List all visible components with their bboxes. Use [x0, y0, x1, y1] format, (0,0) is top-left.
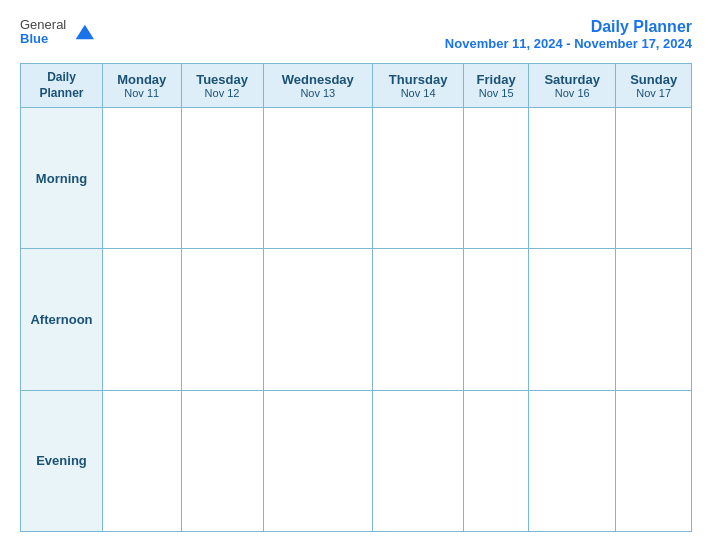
cell-evening-wednesday[interactable] — [263, 390, 372, 531]
page: General Blue Daily Planner November 11, … — [0, 0, 712, 550]
svg-marker-0 — [76, 25, 94, 40]
col-header-thursday: Thursday Nov 14 — [373, 64, 464, 108]
cell-morning-wednesday[interactable] — [263, 108, 372, 249]
col-header-sunday: Sunday Nov 17 — [616, 64, 692, 108]
cell-morning-tuesday[interactable] — [181, 108, 263, 249]
cell-morning-sunday[interactable] — [616, 108, 692, 249]
cell-afternoon-monday[interactable] — [103, 249, 182, 390]
cell-morning-saturday[interactable] — [529, 108, 616, 249]
row-afternoon: Afternoon — [21, 249, 692, 390]
row-label-evening: Evening — [21, 390, 103, 531]
cell-evening-sunday[interactable] — [616, 390, 692, 531]
calendar-table: Daily Planner Monday Nov 11 Tuesday Nov … — [20, 63, 692, 532]
cell-morning-monday[interactable] — [103, 108, 182, 249]
table-header-label: Daily Planner — [21, 64, 103, 108]
row-morning: Morning — [21, 108, 692, 249]
col-header-tuesday: Tuesday Nov 12 — [181, 64, 263, 108]
cell-afternoon-wednesday[interactable] — [263, 249, 372, 390]
col-header-friday: Friday Nov 15 — [464, 64, 529, 108]
cell-evening-saturday[interactable] — [529, 390, 616, 531]
cell-morning-friday[interactable] — [464, 108, 529, 249]
cell-evening-monday[interactable] — [103, 390, 182, 531]
row-label-afternoon: Afternoon — [21, 249, 103, 390]
header: General Blue Daily Planner November 11, … — [20, 18, 692, 51]
logo-area: General Blue — [20, 18, 94, 47]
cell-afternoon-saturday[interactable] — [529, 249, 616, 390]
cell-afternoon-thursday[interactable] — [373, 249, 464, 390]
logo-general: General — [20, 18, 66, 32]
col-header-monday: Monday Nov 11 — [103, 64, 182, 108]
cell-morning-thursday[interactable] — [373, 108, 464, 249]
cell-afternoon-tuesday[interactable] — [181, 249, 263, 390]
logo-icon — [72, 21, 94, 43]
cell-afternoon-friday[interactable] — [464, 249, 529, 390]
logo-text: General Blue — [20, 18, 66, 47]
cell-evening-thursday[interactable] — [373, 390, 464, 531]
col-header-wednesday: Wednesday Nov 13 — [263, 64, 372, 108]
cell-afternoon-sunday[interactable] — [616, 249, 692, 390]
cell-evening-tuesday[interactable] — [181, 390, 263, 531]
title-area: Daily Planner November 11, 2024 - Novemb… — [445, 18, 692, 51]
date-range: November 11, 2024 - November 17, 2024 — [445, 36, 692, 51]
cell-evening-friday[interactable] — [464, 390, 529, 531]
col-header-saturday: Saturday Nov 16 — [529, 64, 616, 108]
logo-blue: Blue — [20, 32, 66, 46]
page-title: Daily Planner — [445, 18, 692, 36]
row-evening: Evening — [21, 390, 692, 531]
row-label-morning: Morning — [21, 108, 103, 249]
